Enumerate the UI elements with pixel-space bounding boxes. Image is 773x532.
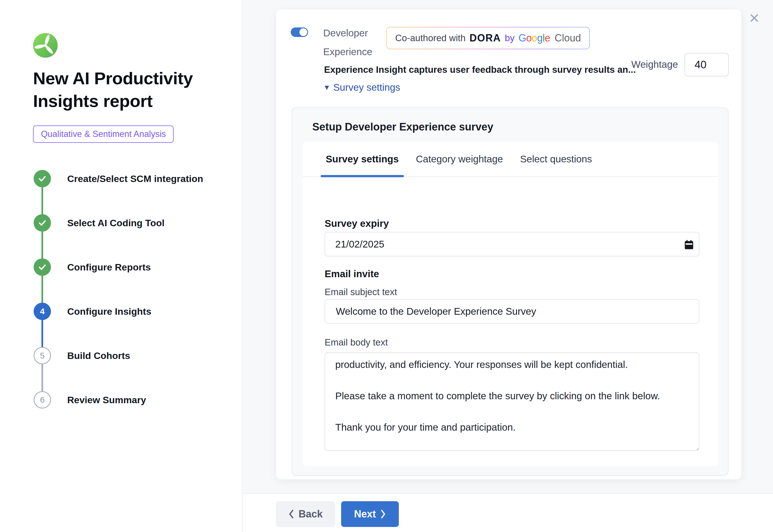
tab-select-questions[interactable]: Select questions bbox=[515, 141, 597, 177]
step-indicator-done bbox=[34, 214, 51, 232]
email-subject-input[interactable] bbox=[325, 299, 699, 324]
sidebar-step-configure-reports[interactable]: Configure Reports bbox=[67, 258, 151, 276]
weightage-input[interactable] bbox=[684, 53, 729, 76]
check-icon bbox=[38, 218, 47, 228]
wizard-sidebar: New AI Productivity Insights report Qual… bbox=[0, 0, 243, 532]
triangle-down-icon: ▼ bbox=[323, 83, 330, 92]
tab-survey-settings[interactable]: Survey settings bbox=[321, 141, 404, 177]
step-indicator-done bbox=[34, 258, 51, 276]
email-subject-label: Email subject text bbox=[325, 287, 397, 297]
step-indicator-todo: 5 bbox=[34, 347, 51, 364]
tab-category-weightage[interactable]: Category weightage bbox=[411, 141, 508, 177]
google-letter: o bbox=[526, 32, 532, 44]
main-content-area: ✕ Developer Experience Co-authored with … bbox=[243, 0, 773, 493]
sidebar-step-review-summary[interactable]: Review Summary bbox=[67, 391, 146, 409]
google-letter: g bbox=[537, 32, 543, 44]
sidebar-step-scm-integration[interactable]: Create/Select SCM integration bbox=[67, 170, 203, 187]
coauthored-prefix: Co-authored with bbox=[395, 33, 465, 43]
check-icon bbox=[38, 262, 47, 272]
coauthored-badge: Co-authored with DORA by Google Cloud bbox=[386, 27, 590, 49]
expander-label: Survey settings bbox=[333, 82, 400, 93]
survey-settings-body: Survey settings Category weightage Selec… bbox=[303, 142, 718, 466]
back-button[interactable]: Back bbox=[276, 501, 335, 527]
check-icon bbox=[38, 174, 47, 183]
report-type-badge: Qualitative & Sentiment Analysis bbox=[33, 125, 174, 143]
toggle-knob bbox=[299, 28, 307, 36]
google-cloud-label: Cloud bbox=[555, 32, 581, 44]
next-label: Next bbox=[354, 508, 376, 520]
step-connector bbox=[41, 187, 43, 215]
setup-survey-card: Setup Developer Experience survey Survey… bbox=[292, 108, 728, 476]
coauthored-by: by bbox=[505, 33, 514, 43]
setup-survey-title: Setup Developer Experience survey bbox=[312, 121, 493, 133]
sidebar-step-ai-coding-tool[interactable]: Select AI Coding Tool bbox=[67, 214, 165, 232]
sidebar-step-build-cohorts[interactable]: Build Cohorts bbox=[67, 347, 130, 364]
survey-settings-expander[interactable]: ▼ Survey settings bbox=[323, 82, 400, 93]
page-title: New AI Productivity Insights report bbox=[33, 67, 223, 112]
weightage-label: Weightage bbox=[631, 59, 678, 70]
step-connector bbox=[41, 231, 43, 259]
developer-experience-toggle[interactable] bbox=[291, 27, 308, 37]
insight-title: Developer Experience bbox=[323, 24, 393, 61]
survey-tabs: Survey settings Category weightage Selec… bbox=[303, 142, 718, 177]
step-connector bbox=[41, 275, 43, 303]
google-letter: o bbox=[532, 32, 537, 44]
calendar-icon[interactable] bbox=[684, 240, 694, 250]
back-label: Back bbox=[299, 508, 323, 520]
close-icon[interactable]: ✕ bbox=[744, 8, 764, 28]
step-indicator-todo: 6 bbox=[34, 391, 51, 409]
chevron-left-icon bbox=[288, 509, 294, 519]
insight-description: Experience Insight captures user feedbac… bbox=[324, 64, 636, 75]
step-connector bbox=[41, 364, 43, 392]
step-indicator-done bbox=[34, 170, 51, 187]
survey-expiry-label: Survey expiry bbox=[325, 218, 389, 229]
wizard-footer: Back Next bbox=[243, 493, 773, 532]
step-connector bbox=[41, 319, 43, 347]
google-logo: Google bbox=[518, 32, 550, 44]
email-body-label: Email body text bbox=[325, 337, 388, 348]
survey-expiry-input[interactable] bbox=[325, 232, 699, 256]
google-letter: e bbox=[545, 32, 550, 44]
step-indicator-active: 4 bbox=[34, 303, 51, 320]
sidebar-step-configure-insights[interactable]: Configure Insights bbox=[67, 303, 151, 320]
app-logo-propeller-icon bbox=[33, 33, 58, 58]
insight-config-panel: Developer Experience Co-authored with DO… bbox=[276, 9, 742, 480]
email-body-textarea[interactable]: productivity, and efficiency. Your respo… bbox=[325, 352, 699, 451]
google-letter: l bbox=[543, 32, 545, 44]
google-letter: G bbox=[518, 32, 526, 44]
email-invite-label: Email invite bbox=[325, 268, 379, 279]
chevron-right-icon bbox=[380, 509, 386, 519]
dora-logo: DORA bbox=[469, 32, 501, 44]
next-button[interactable]: Next bbox=[341, 501, 399, 527]
